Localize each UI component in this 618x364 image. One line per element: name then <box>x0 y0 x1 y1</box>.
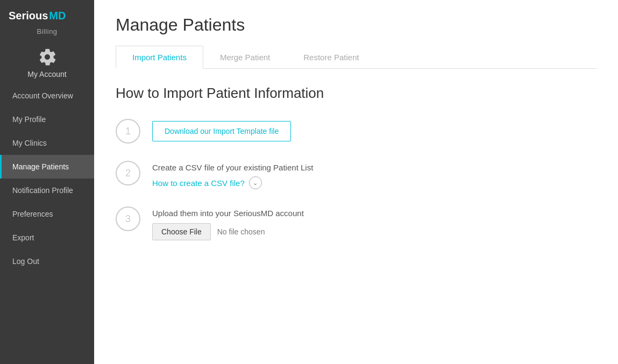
sidebar-billing: Billing <box>0 27 94 41</box>
step-3-content: Upload them into your SeriousMD account … <box>152 206 304 240</box>
download-template-button[interactable]: Download our Import Template file <box>152 121 291 141</box>
csv-link[interactable]: How to create a CSV file? <box>152 179 245 188</box>
sidebar-item-account-overview[interactable]: Account Overview <box>0 84 94 108</box>
step-1-content: Download our Import Template file <box>152 119 291 141</box>
main-content: Manage Patients Import Patients Merge Pa… <box>94 0 618 364</box>
step-2-text: Create a CSV file of your existing Patie… <box>152 163 313 172</box>
step-number-3: 3 <box>116 206 140 231</box>
sidebar-item-my-profile[interactable]: My Profile <box>0 108 94 131</box>
logo-md: MD <box>49 10 66 22</box>
sidebar-item-export[interactable]: Export <box>0 226 94 249</box>
logo-serious: Serious <box>9 10 48 22</box>
tab-import-patients[interactable]: Import Patients <box>116 46 203 69</box>
step-number-1: 1 <box>116 119 140 144</box>
my-account-label: My Account <box>27 70 66 78</box>
section-title: How to Import Patient Information <box>116 85 596 102</box>
step-2: 2 Create a CSV file of your existing Pat… <box>116 161 596 189</box>
sidebar-item-notification-profile[interactable]: Notification Profile <box>0 179 94 202</box>
sidebar-item-manage-patients[interactable]: Manage Patients <box>0 155 94 179</box>
sidebar-item-my-clinics[interactable]: My Clinics <box>0 131 94 155</box>
no-file-label: No file chosen <box>217 227 265 236</box>
choose-file-button[interactable]: Choose File <box>152 223 211 240</box>
file-input-area: Choose File No file chosen <box>152 223 304 240</box>
step-number-2: 2 <box>116 161 140 185</box>
tab-restore-patient[interactable]: Restore Patient <box>287 46 375 69</box>
logo: SeriousMD <box>0 0 94 27</box>
my-account-section[interactable]: My Account <box>0 41 94 84</box>
step-3: 3 Upload them into your SeriousMD accoun… <box>116 206 596 240</box>
sidebar-item-preferences[interactable]: Preferences <box>0 202 94 226</box>
step-1: 1 Download our Import Template file <box>116 119 596 144</box>
tab-merge-patient[interactable]: Merge Patient <box>203 46 287 69</box>
sidebar-nav: Account Overview My Profile My Clinics M… <box>0 84 94 364</box>
tabs: Import Patients Merge Patient Restore Pa… <box>116 46 596 69</box>
gear-icon <box>38 47 57 67</box>
sidebar-item-log-out[interactable]: Log Out <box>0 249 94 273</box>
sidebar: SeriousMD Billing My Account Account Ove… <box>0 0 94 364</box>
step-2-content: Create a CSV file of your existing Patie… <box>152 161 313 189</box>
chevron-down-icon[interactable]: ⌄ <box>249 176 262 189</box>
step-3-text: Upload them into your SeriousMD account <box>152 209 304 218</box>
page-title: Manage Patients <box>116 15 596 35</box>
